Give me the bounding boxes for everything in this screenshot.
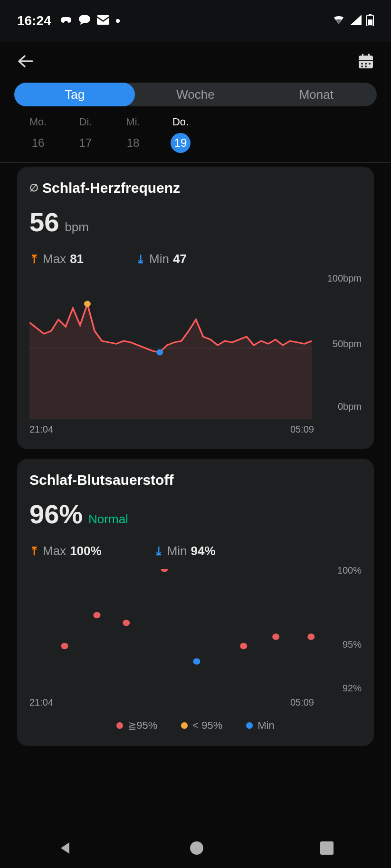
svg-rect-3 xyxy=(368,19,372,25)
svg-point-11 xyxy=(361,66,363,67)
dot-icon xyxy=(116,19,120,23)
divider xyxy=(0,162,391,163)
x-label-end: 05:09 xyxy=(290,424,314,435)
tab-day[interactable]: Tag xyxy=(14,83,135,106)
system-nav-bar xyxy=(0,830,391,868)
tab-week[interactable]: Woche xyxy=(135,83,256,106)
legend-dot-low-icon xyxy=(181,722,188,729)
mail-icon xyxy=(97,15,109,27)
max-value: 100% xyxy=(70,544,102,558)
svg-rect-0 xyxy=(97,15,109,25)
min-value: 94% xyxy=(191,544,216,558)
arrow-up-icon: ⤒ xyxy=(29,253,39,266)
svg-point-10 xyxy=(369,63,371,65)
legend-dot-high-icon xyxy=(116,722,123,729)
arrow-up-icon: ⤒ xyxy=(29,545,39,558)
wifi-icon xyxy=(332,15,345,27)
svg-point-23 xyxy=(123,620,130,626)
svg-point-28 xyxy=(193,658,200,665)
y-label-bottom: 92% xyxy=(343,683,362,694)
spo2-max: ⤒ Max 100% xyxy=(29,544,102,558)
y-label-top: 100% xyxy=(337,565,362,576)
legend-dot-min-icon xyxy=(246,722,253,729)
max-label: Max xyxy=(43,252,66,266)
day-label: Mi. xyxy=(109,116,157,128)
svg-point-26 xyxy=(272,633,279,640)
nav-home-button[interactable] xyxy=(189,840,205,858)
heart-rate-card: ∅ Schlaf-Herzfrequenz 56 bpm ⤒ Max 81 ⤓ … xyxy=(17,167,374,449)
day-col-16[interactable]: Mo.16 xyxy=(14,116,62,153)
y-label-bottom: 0bpm xyxy=(338,401,362,412)
chat-icon xyxy=(79,15,90,27)
max-label: Max xyxy=(43,544,66,558)
svg-point-22 xyxy=(93,612,100,619)
heart-rate-unit: bpm xyxy=(65,220,89,235)
nav-recent-button[interactable] xyxy=(320,841,334,857)
legend-min: Min xyxy=(246,719,274,732)
svg-rect-30 xyxy=(320,841,334,855)
svg-point-12 xyxy=(365,66,367,67)
max-value: 81 xyxy=(70,252,84,266)
day-col-18[interactable]: Mi.18 xyxy=(109,116,157,153)
battery-icon xyxy=(366,14,374,28)
tab-month[interactable]: Monat xyxy=(256,83,377,106)
day-number: 16 xyxy=(28,133,48,153)
heart-rate-min: ⤓ Min 47 xyxy=(136,252,187,266)
min-label: Min xyxy=(167,544,187,558)
min-label: Min xyxy=(149,252,169,266)
day-col-19[interactable]: Do.19 xyxy=(157,116,204,153)
app-header xyxy=(0,42,391,83)
day-number: 17 xyxy=(76,133,95,153)
spo2-card: Schlaf-Blutsauerstoff 96% Normal ⤒ Max 1… xyxy=(17,459,374,746)
day-number: 18 xyxy=(123,133,143,153)
legend-high-label: ≧95% xyxy=(128,719,157,732)
back-button[interactable] xyxy=(17,54,33,70)
x-label-end: 05:09 xyxy=(290,697,314,708)
svg-rect-5 xyxy=(362,54,363,57)
status-time: 16:24 xyxy=(17,13,51,28)
spo2-chart[interactable]: 100% 95% 92% xyxy=(29,569,362,692)
heart-rate-title: ∅ Schlaf-Herzfrequenz xyxy=(29,180,362,196)
y-label-mid: 95% xyxy=(343,639,362,650)
svg-point-17 xyxy=(156,349,163,356)
spo2-value: 96% xyxy=(29,499,83,529)
heart-rate-max: ⤒ Max 81 xyxy=(29,252,84,266)
svg-point-27 xyxy=(307,633,315,640)
svg-point-29 xyxy=(190,841,203,855)
spo2-min: ⤓ Min 94% xyxy=(154,544,216,558)
signal-icon xyxy=(350,15,362,27)
svg-point-8 xyxy=(361,63,363,65)
day-label: Mo. xyxy=(14,116,62,128)
legend-min-label: Min xyxy=(257,719,274,732)
y-label-mid: 50bpm xyxy=(333,339,362,349)
svg-point-16 xyxy=(84,301,91,307)
min-value: 47 xyxy=(173,252,187,266)
svg-rect-6 xyxy=(368,54,370,57)
heart-rate-chart[interactable]: 100bpm 50bpm 0bpm xyxy=(29,277,362,419)
nav-back-button[interactable] xyxy=(58,840,73,858)
calendar-button[interactable] xyxy=(358,53,374,71)
x-label-start: 21:04 xyxy=(29,697,53,708)
svg-rect-7 xyxy=(359,60,373,61)
day-picker: Mo.16Di.17Mi.18Do.19 xyxy=(0,116,391,162)
day-col-17[interactable]: Di.17 xyxy=(62,116,109,153)
period-tabs: Tag Woche Monat xyxy=(14,83,377,106)
y-label-top: 100bpm xyxy=(327,273,362,284)
day-label: Di. xyxy=(62,116,109,128)
status-bar: 16:24 xyxy=(0,0,391,42)
svg-point-25 xyxy=(240,643,247,650)
spo2-status: Normal xyxy=(88,512,128,527)
spo2-legend: ≧95% < 95% Min xyxy=(29,719,362,732)
heart-rate-title-text: Schlaf-Herzfrequenz xyxy=(42,180,180,196)
svg-point-24 xyxy=(161,569,168,572)
legend-low-label: < 95% xyxy=(192,719,222,732)
controller-icon xyxy=(60,15,72,27)
arrow-down-icon: ⤓ xyxy=(136,253,145,266)
legend-low: < 95% xyxy=(181,719,222,732)
arrow-down-icon: ⤓ xyxy=(154,545,163,558)
x-label-start: 21:04 xyxy=(29,424,53,435)
average-icon: ∅ xyxy=(29,182,38,194)
day-number: 19 xyxy=(171,133,191,153)
day-label: Do. xyxy=(157,116,204,128)
spo2-title: Schlaf-Blutsauerstoff xyxy=(29,472,362,488)
